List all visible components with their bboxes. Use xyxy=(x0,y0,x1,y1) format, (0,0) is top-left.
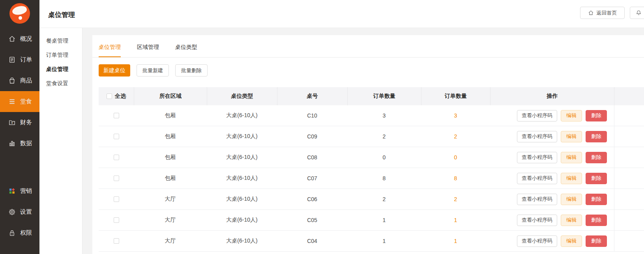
edit-button[interactable]: 编辑 xyxy=(561,110,582,121)
cell-filler xyxy=(614,126,644,147)
cell-order-count-link[interactable]: 0 xyxy=(421,147,490,168)
cell-order-count-link[interactable]: 8 xyxy=(421,168,490,189)
edit-button[interactable]: 编辑 xyxy=(561,173,582,184)
view-qrcode-button[interactable]: 查看小程序码 xyxy=(517,235,557,247)
cell-order-count-link[interactable]: 2 xyxy=(421,126,490,147)
batch-delete-button[interactable]: 批量删除 xyxy=(175,64,208,77)
view-qrcode-button[interactable]: 查看小程序码 xyxy=(517,173,557,184)
svg-text:¥: ¥ xyxy=(11,121,13,125)
table-row: 大厅 大桌(6-10人) C05 1 1 查看小程序码 编辑 删除 xyxy=(99,210,644,231)
view-qrcode-button[interactable]: 查看小程序码 xyxy=(517,194,557,205)
edit-button[interactable]: 编辑 xyxy=(561,131,582,142)
cell-table-type: 大桌(6-10人) xyxy=(207,231,277,251)
content-area: 桌位管理 区域管理 桌位类型 新建桌位 批量新建 批量删除 全选 所在区域 桌位… xyxy=(82,28,644,254)
dinein-icon xyxy=(8,98,16,105)
sidebar-item[interactable]: 设置 xyxy=(0,202,39,222)
tab[interactable]: 桌位管理 xyxy=(99,35,121,57)
sidebar-item[interactable]: 订单 xyxy=(0,49,39,70)
select-all-checkbox[interactable] xyxy=(107,93,112,99)
sidebar-item[interactable]: 数据 xyxy=(0,133,39,154)
table-row: 大厅 大桌(6-10人) C04 1 1 查看小程序码 编辑 删除 xyxy=(99,231,644,252)
edit-button[interactable]: 编辑 xyxy=(561,215,582,226)
cell-table-type: 大桌(6-10人) xyxy=(207,189,277,209)
row-check-cell xyxy=(99,210,134,230)
subsidebar-item[interactable]: 堂食设置 xyxy=(39,76,82,90)
sidebar-item-label: 商品 xyxy=(20,77,32,84)
delete-button[interactable]: 删除 xyxy=(586,131,607,142)
cell-table-no: C09 xyxy=(277,126,347,147)
batch-create-button[interactable]: 批量新建 xyxy=(137,64,169,77)
cell-area: 大厅 xyxy=(134,231,207,251)
row-checkbox[interactable] xyxy=(114,155,119,160)
cell-table-type: 大桌(6-10人) xyxy=(207,105,277,126)
cell-table-no: C10 xyxy=(277,105,347,126)
edit-button[interactable]: 编辑 xyxy=(561,152,582,163)
column-header-type: 桌位类型 xyxy=(207,87,277,105)
cell-actions: 查看小程序码 编辑 删除 xyxy=(490,210,614,230)
cell-order-count: 8 xyxy=(347,168,421,189)
delete-button[interactable]: 删除 xyxy=(586,173,607,184)
view-qrcode-button[interactable]: 查看小程序码 xyxy=(517,152,557,163)
row-checkbox[interactable] xyxy=(114,238,119,244)
home-icon xyxy=(588,10,594,16)
delete-button[interactable]: 删除 xyxy=(586,110,607,121)
cell-order-count: 1 xyxy=(347,231,421,251)
logo-dot xyxy=(19,16,22,20)
sidebar-item[interactable]: 商品 xyxy=(0,70,39,91)
view-qrcode-button[interactable]: 查看小程序码 xyxy=(517,215,557,226)
cell-filler xyxy=(614,231,644,251)
sidebar-item-label: 堂食 xyxy=(20,98,32,105)
sidebar-item[interactable]: 堂食 xyxy=(0,91,39,112)
subsidebar-item[interactable]: 订单管理 xyxy=(39,48,82,62)
row-checkbox[interactable] xyxy=(114,196,119,202)
row-checkbox[interactable] xyxy=(114,217,119,223)
sidebar-item[interactable]: 营销 xyxy=(0,181,39,202)
subsidebar-item[interactable]: 餐桌管理 xyxy=(39,34,82,48)
row-checkbox[interactable] xyxy=(114,113,119,118)
cell-actions: 查看小程序码 编辑 删除 xyxy=(490,168,614,189)
app-logo[interactable] xyxy=(9,3,30,24)
view-qrcode-button[interactable]: 查看小程序码 xyxy=(517,131,557,142)
row-check-cell xyxy=(99,231,134,251)
sidebar-item[interactable]: ¥ 财务 xyxy=(0,112,39,133)
tab[interactable]: 桌位类型 xyxy=(175,35,197,57)
cell-area: 包厢 xyxy=(134,168,207,189)
subsidebar-item[interactable]: 桌位管理 xyxy=(39,62,82,76)
cell-actions: 查看小程序码 编辑 删除 xyxy=(490,231,614,251)
edit-button[interactable]: 编辑 xyxy=(561,235,582,247)
row-checkbox[interactable] xyxy=(114,134,119,139)
delete-button[interactable]: 删除 xyxy=(586,194,607,205)
cell-area: 包厢 xyxy=(134,147,207,168)
logo-mark xyxy=(11,5,28,16)
notification-button[interactable] xyxy=(630,7,644,19)
cell-table-no: C07 xyxy=(277,168,347,189)
view-qrcode-button[interactable]: 查看小程序码 xyxy=(517,110,557,121)
sidebar-item-label: 设置 xyxy=(20,208,32,216)
column-header-actions: 操作 xyxy=(490,87,614,105)
column-header-filler xyxy=(614,87,644,105)
cell-order-count: 2 xyxy=(347,189,421,209)
cell-order-count-link[interactable]: 1 xyxy=(421,231,490,251)
delete-button[interactable]: 删除 xyxy=(586,235,607,247)
lock-icon xyxy=(8,229,16,237)
new-table-button[interactable]: 新建桌位 xyxy=(99,64,130,77)
sidebar-item[interactable]: 概况 xyxy=(0,28,39,49)
cell-filler xyxy=(614,105,644,126)
edit-button[interactable]: 编辑 xyxy=(561,194,582,205)
back-home-button[interactable]: 返回首页 xyxy=(580,7,625,19)
cell-order-count-link[interactable]: 2 xyxy=(421,189,490,209)
row-check-cell xyxy=(99,168,134,189)
finance-icon: ¥ xyxy=(8,119,16,126)
sidebar-item[interactable]: 权限 xyxy=(0,222,39,243)
delete-button[interactable]: 删除 xyxy=(586,215,607,226)
cell-order-count-link[interactable]: 1 xyxy=(421,210,490,230)
cell-table-no: C06 xyxy=(277,189,347,209)
cell-table-type: 大桌(6-10人) xyxy=(207,126,277,147)
cell-order-count-link[interactable]: 3 xyxy=(421,105,490,126)
delete-button[interactable]: 删除 xyxy=(586,152,607,163)
cell-table-no: C05 xyxy=(277,210,347,230)
cell-actions: 查看小程序码 编辑 删除 xyxy=(490,105,614,126)
row-checkbox[interactable] xyxy=(114,176,119,181)
select-all-cell: 全选 xyxy=(99,87,134,105)
tab[interactable]: 区域管理 xyxy=(137,35,159,57)
